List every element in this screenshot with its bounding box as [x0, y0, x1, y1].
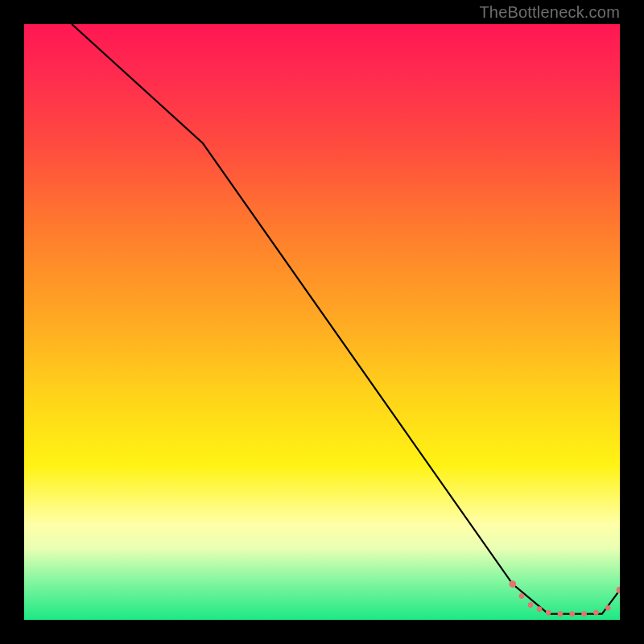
- chart-frame: TheBottleneck.com: [0, 0, 644, 644]
- plot-area: [24, 24, 620, 620]
- watermark-label: TheBottleneck.com: [479, 3, 620, 22]
